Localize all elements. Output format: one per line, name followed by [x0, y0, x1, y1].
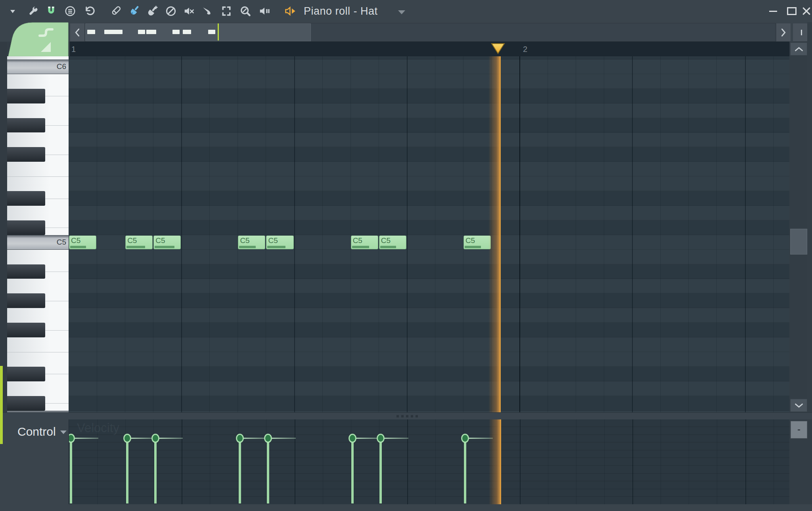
piano-key-G#5[interactable] — [7, 118, 45, 133]
piano-key-C5[interactable]: C5 — [7, 235, 69, 250]
note-property-bar — [380, 246, 396, 248]
piano-keyboard[interactable]: C6C5C4 — [7, 56, 69, 412]
undo-icon[interactable] — [82, 5, 95, 17]
midi-note[interactable]: C5 — [69, 235, 96, 249]
paint-sequencer-brush-icon[interactable] — [146, 5, 159, 17]
main-menu-caret-icon[interactable] — [6, 5, 19, 17]
stamp-menu-icon[interactable] — [64, 5, 77, 17]
piano-key-C#5[interactable] — [7, 220, 45, 235]
midi-note[interactable]: C5 — [351, 235, 378, 249]
grid-line — [350, 56, 351, 412]
delete-icon[interactable] — [165, 5, 177, 17]
velocity-handle[interactable] — [264, 434, 272, 443]
velocity-grid-line — [69, 427, 790, 427]
note-label: C5 — [268, 236, 278, 245]
tools-wrench-icon[interactable] — [27, 5, 40, 17]
piano-key-A#5[interactable] — [7, 89, 45, 103]
piano-key-G#4[interactable] — [7, 293, 45, 308]
velocity-grid-line — [548, 419, 548, 504]
close-button[interactable] — [801, 6, 812, 17]
piano-roll-speaker-icon[interactable] — [284, 5, 297, 17]
scroll-left-button[interactable] — [70, 23, 85, 42]
grid-row — [69, 162, 789, 176]
playhead-line — [488, 56, 501, 412]
velocity-handle[interactable] — [349, 434, 356, 443]
velocity-stem[interactable] — [351, 438, 354, 503]
timeline-ruler[interactable]: 12 — [70, 42, 789, 57]
scrollbar-track[interactable] — [85, 23, 776, 42]
white-key-separator — [45, 199, 69, 199]
velocity-handle[interactable] — [461, 434, 469, 443]
white-key-separator — [7, 352, 69, 352]
control-selector-label[interactable]: Control — [17, 425, 56, 438]
midi-note[interactable]: C5 — [125, 235, 153, 249]
piano-key-D#5[interactable] — [7, 191, 45, 206]
velocity-stem[interactable] — [70, 438, 72, 503]
scroll-right-button[interactable] — [776, 23, 791, 42]
velocity-handle[interactable] — [69, 434, 75, 443]
velocity-stem[interactable] — [464, 438, 466, 503]
grid-row — [69, 279, 789, 294]
velocity-grid-line — [632, 419, 633, 504]
velocity-stem[interactable] — [239, 438, 241, 503]
scrollbar-thumb-minimap[interactable] — [85, 23, 311, 41]
piano-key-F#5[interactable] — [7, 147, 45, 162]
grid-row — [69, 323, 789, 337]
piano-key-D#4[interactable] — [7, 367, 45, 381]
velocity-stem[interactable] — [126, 438, 128, 503]
midi-note[interactable]: C5 — [266, 235, 293, 249]
panel-splitter[interactable] — [0, 412, 812, 420]
velocity-handle[interactable] — [151, 434, 159, 443]
piano-key-C6[interactable]: C6 — [7, 59, 69, 74]
piano-key-A#4[interactable] — [7, 264, 45, 279]
vertical-scrollbar-thumb[interactable] — [790, 229, 807, 255]
midi-note[interactable]: C5 — [379, 235, 406, 249]
snap-magnet-icon[interactable] — [45, 5, 57, 17]
left-edge-strip — [0, 42, 7, 412]
velocity-handle[interactable] — [123, 434, 131, 443]
minimize-button[interactable] — [765, 6, 781, 17]
playback-preview-icon[interactable] — [258, 5, 271, 17]
paint-brush-icon[interactable] — [128, 5, 140, 17]
velocity-stem[interactable] — [154, 438, 157, 503]
piano-key-C#4[interactable] — [7, 396, 45, 411]
midi-note[interactable]: C5 — [463, 235, 491, 249]
note-property-bar — [70, 246, 86, 248]
grid-row — [69, 250, 789, 264]
note-grid[interactable]: C5C5C5C5C5C5C5C5 — [69, 56, 789, 412]
velocity-grid-line — [604, 419, 605, 504]
mute-icon[interactable] — [183, 5, 195, 17]
velocity-stem[interactable] — [267, 438, 269, 503]
draw-pencil-icon[interactable] — [109, 5, 122, 17]
midi-note[interactable]: C5 — [238, 235, 265, 249]
piano-key-F#4[interactable] — [7, 323, 45, 337]
control-selector-area: Control — [0, 419, 69, 504]
velocity-grid-line — [576, 419, 576, 504]
grid-row — [69, 352, 789, 367]
playhead-marker[interactable] — [490, 42, 506, 55]
velocity-lane-right-edge — [789, 419, 812, 504]
scroll-down-button[interactable] — [790, 399, 807, 412]
velocity-stem[interactable] — [379, 438, 382, 503]
control-dropdown-caret-icon[interactable] — [60, 431, 67, 434]
white-key-separator — [45, 330, 69, 331]
vertical-scrollbar — [789, 42, 807, 412]
select-icon[interactable] — [220, 5, 233, 17]
midi-note[interactable]: C5 — [153, 235, 181, 249]
velocity-handle[interactable] — [236, 434, 244, 443]
slice-icon[interactable] — [201, 5, 214, 17]
grid-row — [69, 147, 789, 162]
note-properties-widget[interactable] — [7, 22, 69, 57]
window-title: Piano roll - Hat — [304, 5, 378, 17]
title-dropdown-caret-icon[interactable] — [398, 10, 405, 14]
scroll-up-button[interactable] — [790, 42, 807, 56]
minimap-note-dash — [208, 30, 215, 34]
zoom-icon[interactable] — [239, 5, 252, 17]
velocity-handle[interactable] — [377, 434, 385, 443]
velocity-lane[interactable]: Velocity — [69, 419, 790, 504]
lane-options-button[interactable] — [791, 421, 807, 438]
velocity-grid-line — [69, 457, 790, 458]
grid-line — [576, 56, 576, 412]
maximize-button[interactable] — [784, 6, 800, 17]
grid-line — [716, 56, 717, 412]
